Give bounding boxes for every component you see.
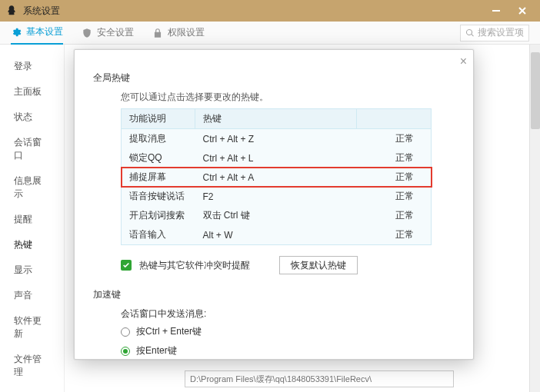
sidebar-item-mainpanel[interactable]: 主面板 [0, 79, 64, 105]
hotkey-panel: × 全局热键 您可以通过点击选择要更改的热键。 功能说明 热键 提取消息Ctrl… [74, 49, 474, 360]
hotkey-table: 功能说明 热键 提取消息Ctrl + Alt + Z正常锁定QQCtrl + A… [121, 108, 432, 245]
tab-basic[interactable]: 基本设置 [11, 22, 63, 45]
svg-rect-0 [492, 10, 500, 12]
hotkey-status: 正常 [357, 168, 432, 187]
sidebar-item-files[interactable]: 文件管理 [0, 347, 64, 385]
hotkey-status: 正常 [357, 225, 432, 245]
hotkey-status: 正常 [357, 148, 432, 168]
hotkey-row[interactable]: 锁定QQCtrl + Alt + L正常 [122, 148, 432, 168]
send-msg-label: 会话窗口中发送消息: [121, 307, 455, 321]
search-input[interactable]: 搜索设置项 [460, 25, 529, 42]
top-tabs: 基本设置 安全设置 权限设置 搜索设置项 [0, 22, 540, 45]
search-placeholder: 搜索设置项 [478, 26, 524, 39]
hotkey-key: Ctrl + Alt + L [195, 148, 357, 168]
sidebar-item-hotkey[interactable]: 热键 [0, 232, 64, 257]
tab-basic-label: 基本设置 [26, 25, 63, 38]
sidebar-item-sound[interactable]: 声音 [0, 283, 64, 308]
sidebar-item-infodisp[interactable]: 信息展示 [0, 168, 64, 207]
hotkey-func: 开启划词搜索 [122, 206, 195, 225]
minimize-icon [492, 6, 501, 15]
panel-close-button[interactable]: × [460, 55, 467, 68]
hotkey-key: 双击 Ctrl 键 [195, 206, 357, 225]
hotkey-key: Alt + W [195, 225, 357, 245]
global-hotkey-title: 全局热键 [93, 71, 455, 85]
lock-icon [152, 28, 163, 38]
sidebar-item-status[interactable]: 状态 [0, 105, 64, 130]
restore-default-button[interactable]: 恢复默认热键 [279, 256, 358, 274]
gear-icon [11, 27, 22, 38]
accel-title: 加速键 [93, 288, 455, 301]
hotkey-row[interactable]: 提取消息Ctrl + Alt + Z正常 [122, 129, 432, 149]
conflict-checkbox[interactable] [121, 260, 132, 271]
hotkey-row[interactable]: 捕捉屏幕Ctrl + Alt + A正常 [122, 168, 432, 187]
hotkey-func: 锁定QQ [122, 148, 195, 168]
conflict-label: 热键与其它软件冲突时提醒 [139, 259, 250, 272]
shield-icon [82, 28, 92, 38]
sidebar-item-update[interactable]: 软件更新 [0, 308, 64, 347]
hotkey-row[interactable]: 语音输入Alt + W正常 [122, 225, 432, 245]
minimize-button[interactable] [483, 0, 509, 22]
radio-icon [121, 327, 130, 337]
titlebar: 系统设置 [0, 0, 540, 22]
hotkey-func: 语音按键说话 [122, 187, 195, 206]
sidebar: 登录 主面板 状态 会话窗口 信息展示 提醒 热键 显示 声音 软件更新 文件管… [0, 45, 65, 392]
radio-icon [121, 347, 130, 356]
hotkey-status: 正常 [357, 206, 432, 225]
hotkey-func: 提取消息 [122, 129, 195, 149]
sidebar-item-alert[interactable]: 提醒 [0, 207, 64, 232]
check-icon [122, 261, 130, 269]
tab-security[interactable]: 安全设置 [82, 22, 134, 45]
tab-privacy-label: 权限设置 [168, 26, 205, 39]
hotkey-row[interactable]: 开启划词搜索双击 Ctrl 键正常 [122, 206, 432, 225]
global-hotkey-desc: 您可以通过点击选择要更改的热键。 [121, 91, 455, 104]
hotkey-status: 正常 [357, 187, 432, 206]
sidebar-item-display[interactable]: 显示 [0, 257, 64, 283]
search-icon [465, 28, 475, 38]
sidebar-item-chatwin[interactable]: 会话窗口 [0, 130, 64, 168]
window-title: 系统设置 [23, 5, 60, 18]
radio-ctrl-enter[interactable]: 按Ctrl + Enter键 [121, 325, 455, 338]
hotkey-status: 正常 [357, 129, 432, 149]
tab-security-label: 安全设置 [97, 26, 134, 39]
col-func[interactable]: 功能说明 [122, 109, 195, 129]
scrollbar[interactable] [529, 45, 540, 392]
radio-enter[interactable]: 按Enter键 [121, 344, 455, 357]
close-button[interactable] [509, 0, 535, 22]
hotkey-row[interactable]: 语音按键说话F2正常 [122, 187, 432, 206]
scrollbar-thumb[interactable] [531, 52, 540, 129]
close-icon [518, 6, 527, 15]
hotkey-key: Ctrl + Alt + Z [195, 129, 357, 149]
hotkey-key: Ctrl + Alt + A [195, 168, 357, 187]
col-stat[interactable] [357, 109, 432, 129]
radio-enter-label: 按Enter键 [136, 344, 177, 357]
hotkey-key: F2 [195, 187, 357, 206]
hotkey-func: 捕捉屏幕 [122, 168, 195, 187]
radio-ctrl-enter-label: 按Ctrl + Enter键 [136, 325, 202, 338]
file-path-value: D:\Program Files\缓存\qq\1848053391\FileRe… [190, 374, 372, 385]
file-path-input[interactable]: D:\Program Files\缓存\qq\1848053391\FileRe… [185, 370, 454, 387]
hotkey-func: 语音输入 [122, 225, 195, 245]
col-key[interactable]: 热键 [195, 109, 357, 129]
sidebar-item-login[interactable]: 登录 [0, 54, 64, 79]
penguin-icon [5, 4, 18, 18]
tab-privacy[interactable]: 权限设置 [152, 22, 205, 45]
